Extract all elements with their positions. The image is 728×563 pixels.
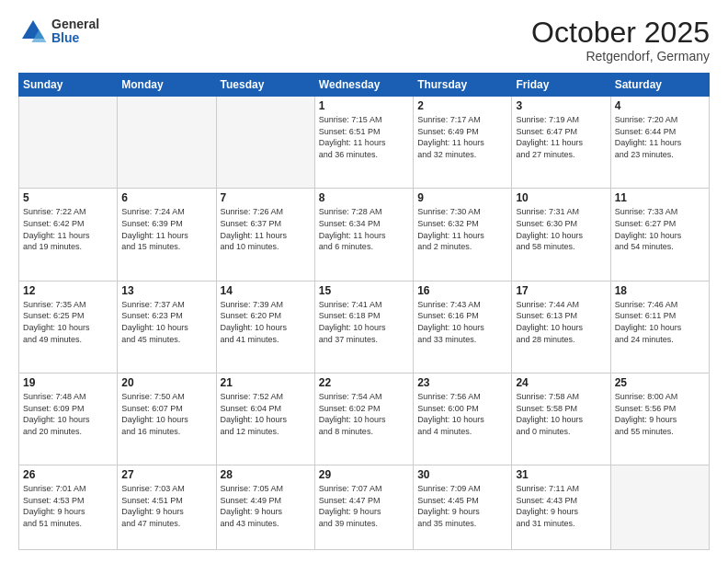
day-info: Sunrise: 7:39 AMSunset: 6:20 PMDaylight:…	[221, 299, 311, 345]
calendar-week-1: 1Sunrise: 7:15 AMSunset: 6:51 PMDaylight…	[19, 97, 710, 189]
day-info: Sunrise: 7:22 AMSunset: 6:42 PMDaylight:…	[23, 206, 113, 252]
table-row: 15Sunrise: 7:41 AMSunset: 6:18 PMDayligh…	[314, 281, 413, 373]
day-number: 9	[417, 191, 507, 204]
day-number: 27	[121, 468, 211, 481]
table-row: 19Sunrise: 7:48 AMSunset: 6:09 PMDayligh…	[19, 373, 118, 465]
day-info: Sunrise: 7:19 AMSunset: 6:47 PMDaylight:…	[516, 114, 606, 160]
table-row	[610, 465, 709, 550]
table-row: 16Sunrise: 7:43 AMSunset: 6:16 PMDayligh…	[414, 281, 512, 373]
table-row: 24Sunrise: 7:58 AMSunset: 5:58 PMDayligh…	[512, 373, 610, 465]
logo-general-text: General	[51, 17, 99, 31]
day-number: 2	[417, 99, 507, 112]
day-info: Sunrise: 7:15 AMSunset: 6:51 PMDaylight:…	[319, 114, 409, 160]
day-info: Sunrise: 7:58 AMSunset: 5:58 PMDaylight:…	[516, 391, 606, 437]
table-row	[19, 97, 118, 189]
month-title: October 2025	[531, 17, 710, 49]
calendar-table: Sunday Monday Tuesday Wednesday Thursday…	[18, 73, 710, 550]
day-info: Sunrise: 7:48 AMSunset: 6:09 PMDaylight:…	[23, 391, 113, 437]
day-number: 28	[221, 468, 311, 481]
table-row: 3Sunrise: 7:19 AMSunset: 6:47 PMDaylight…	[512, 97, 610, 189]
day-number: 21	[221, 376, 311, 389]
day-number: 5	[23, 191, 113, 204]
logo-text: General Blue	[51, 17, 99, 46]
table-row: 29Sunrise: 7:07 AMSunset: 4:47 PMDayligh…	[314, 465, 413, 550]
calendar-week-2: 5Sunrise: 7:22 AMSunset: 6:42 PMDaylight…	[19, 189, 710, 281]
day-info: Sunrise: 7:07 AMSunset: 4:47 PMDaylight:…	[319, 483, 409, 529]
day-info: Sunrise: 7:09 AMSunset: 4:45 PMDaylight:…	[417, 483, 507, 529]
logo-icon	[18, 17, 48, 46]
table-row: 28Sunrise: 7:05 AMSunset: 4:49 PMDayligh…	[216, 465, 314, 550]
col-wednesday: Wednesday	[314, 74, 413, 97]
table-row: 12Sunrise: 7:35 AMSunset: 6:25 PMDayligh…	[19, 281, 118, 373]
table-row: 26Sunrise: 7:01 AMSunset: 4:53 PMDayligh…	[19, 465, 118, 550]
day-info: Sunrise: 7:20 AMSunset: 6:44 PMDaylight:…	[615, 114, 705, 160]
day-info: Sunrise: 7:24 AMSunset: 6:39 PMDaylight:…	[121, 206, 211, 252]
day-info: Sunrise: 7:33 AMSunset: 6:27 PMDaylight:…	[615, 206, 705, 252]
table-row: 23Sunrise: 7:56 AMSunset: 6:00 PMDayligh…	[414, 373, 512, 465]
calendar-week-5: 26Sunrise: 7:01 AMSunset: 4:53 PMDayligh…	[19, 465, 710, 550]
logo-blue-text: Blue	[51, 31, 99, 45]
table-row: 10Sunrise: 7:31 AMSunset: 6:30 PMDayligh…	[512, 189, 610, 281]
day-number: 15	[319, 284, 409, 297]
day-number: 12	[23, 284, 113, 297]
day-info: Sunrise: 7:56 AMSunset: 6:00 PMDaylight:…	[417, 391, 507, 437]
table-row: 7Sunrise: 7:26 AMSunset: 6:37 PMDaylight…	[216, 189, 314, 281]
table-row: 6Sunrise: 7:24 AMSunset: 6:39 PMDaylight…	[118, 189, 216, 281]
day-info: Sunrise: 7:30 AMSunset: 6:32 PMDaylight:…	[417, 206, 507, 252]
day-info: Sunrise: 7:50 AMSunset: 6:07 PMDaylight:…	[121, 391, 211, 437]
day-number: 19	[23, 376, 113, 389]
table-row: 5Sunrise: 7:22 AMSunset: 6:42 PMDaylight…	[19, 189, 118, 281]
table-row: 14Sunrise: 7:39 AMSunset: 6:20 PMDayligh…	[216, 281, 314, 373]
day-number: 26	[23, 468, 113, 481]
table-row: 1Sunrise: 7:15 AMSunset: 6:51 PMDaylight…	[314, 97, 413, 189]
col-saturday: Saturday	[610, 74, 709, 97]
calendar-week-3: 12Sunrise: 7:35 AMSunset: 6:25 PMDayligh…	[19, 281, 710, 373]
day-info: Sunrise: 7:05 AMSunset: 4:49 PMDaylight:…	[221, 483, 311, 529]
day-number: 6	[121, 191, 211, 204]
day-info: Sunrise: 7:26 AMSunset: 6:37 PMDaylight:…	[221, 206, 311, 252]
day-number: 18	[615, 284, 705, 297]
calendar-header-row: Sunday Monday Tuesday Wednesday Thursday…	[19, 74, 710, 97]
day-number: 7	[221, 191, 311, 204]
day-number: 25	[615, 376, 705, 389]
table-row: 17Sunrise: 7:44 AMSunset: 6:13 PMDayligh…	[512, 281, 610, 373]
table-row: 13Sunrise: 7:37 AMSunset: 6:23 PMDayligh…	[118, 281, 216, 373]
calendar-week-4: 19Sunrise: 7:48 AMSunset: 6:09 PMDayligh…	[19, 373, 710, 465]
table-row: 18Sunrise: 7:46 AMSunset: 6:11 PMDayligh…	[610, 281, 709, 373]
day-number: 17	[516, 284, 606, 297]
table-row: 30Sunrise: 7:09 AMSunset: 4:45 PMDayligh…	[414, 465, 512, 550]
table-row: 11Sunrise: 7:33 AMSunset: 6:27 PMDayligh…	[610, 189, 709, 281]
table-row: 20Sunrise: 7:50 AMSunset: 6:07 PMDayligh…	[118, 373, 216, 465]
table-row: 21Sunrise: 7:52 AMSunset: 6:04 PMDayligh…	[216, 373, 314, 465]
day-number: 31	[516, 468, 606, 481]
day-info: Sunrise: 7:28 AMSunset: 6:34 PMDaylight:…	[319, 206, 409, 252]
day-info: Sunrise: 8:00 AMSunset: 5:56 PMDaylight:…	[615, 391, 705, 437]
page: General Blue October 2025 Retgendorf, Ge…	[0, 0, 728, 563]
day-info: Sunrise: 7:41 AMSunset: 6:18 PMDaylight:…	[319, 299, 409, 345]
table-row: 22Sunrise: 7:54 AMSunset: 6:02 PMDayligh…	[314, 373, 413, 465]
table-row	[216, 97, 314, 189]
day-info: Sunrise: 7:17 AMSunset: 6:49 PMDaylight:…	[417, 114, 507, 160]
day-number: 24	[516, 376, 606, 389]
day-number: 29	[319, 468, 409, 481]
day-info: Sunrise: 7:03 AMSunset: 4:51 PMDaylight:…	[121, 483, 211, 529]
day-number: 11	[615, 191, 705, 204]
col-sunday: Sunday	[19, 74, 118, 97]
day-number: 30	[417, 468, 507, 481]
table-row: 9Sunrise: 7:30 AMSunset: 6:32 PMDaylight…	[414, 189, 512, 281]
day-number: 23	[417, 376, 507, 389]
day-info: Sunrise: 7:31 AMSunset: 6:30 PMDaylight:…	[516, 206, 606, 252]
day-info: Sunrise: 7:43 AMSunset: 6:16 PMDaylight:…	[417, 299, 507, 345]
location-subtitle: Retgendorf, Germany	[531, 49, 710, 63]
table-row: 25Sunrise: 8:00 AMSunset: 5:56 PMDayligh…	[610, 373, 709, 465]
table-row: 27Sunrise: 7:03 AMSunset: 4:51 PMDayligh…	[118, 465, 216, 550]
day-number: 1	[319, 99, 409, 112]
col-thursday: Thursday	[414, 74, 512, 97]
table-row: 2Sunrise: 7:17 AMSunset: 6:49 PMDaylight…	[414, 97, 512, 189]
day-number: 4	[615, 99, 705, 112]
logo: General Blue	[18, 17, 99, 46]
col-friday: Friday	[512, 74, 610, 97]
day-info: Sunrise: 7:46 AMSunset: 6:11 PMDaylight:…	[615, 299, 705, 345]
col-tuesday: Tuesday	[216, 74, 314, 97]
day-number: 20	[121, 376, 211, 389]
